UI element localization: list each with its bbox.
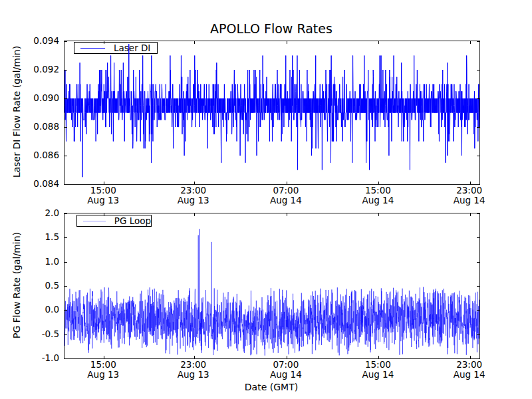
laser-di-legend: Laser DI [74,42,158,54]
pg-y-tick-label: 0.5 [0,281,59,290]
chart-title: APOLLO Flow Rates [64,22,479,35]
laser-di-plot-area: Laser DI [64,41,480,185]
laser-y-tick-label: 0.090 [0,93,59,102]
laser-x-tick-label: 23:00Aug 14 [454,186,485,205]
laser-di-legend-label: Laser DI [114,43,150,53]
pg-x-tick-label: 15:00Aug 14 [362,360,394,380]
laser-x-tick-label: 07:00Aug 14 [270,186,302,205]
pg-x-tick-label: 15:00Aug 13 [87,360,119,380]
pg-loop-line-canvas [65,213,479,358]
pg-x-tick-label: 23:00Aug 14 [454,360,485,380]
pg-loop-plot-area: PG Loop [64,213,480,359]
pg-x-tick-label: 23:00Aug 13 [178,360,209,380]
pg-loop-legend-line-icon [83,221,106,221]
laser-x-tick-label: 15:00Aug 13 [87,186,119,205]
laser-di-line-canvas [65,41,479,184]
pg-loop-legend: PG Loop [76,215,152,227]
figure: APOLLO Flow Rates Laser DI Flow Rate (ga… [0,0,532,399]
pg-x-tick-label: 07:00Aug 14 [270,360,302,380]
pg-loop-legend-label: PG Loop [114,216,151,225]
pg-y-tick-label: 2.0 [0,208,59,217]
laser-y-tick-label: 0.084 [0,179,59,188]
laser-y-tick-label: 0.092 [0,65,59,74]
pg-y-tick-label: 0.0 [0,305,59,314]
laser-y-tick-label: 0.088 [0,122,59,131]
laser-y-tick-label: 0.086 [0,150,59,160]
x-axis-label: Date (GMT) [64,382,479,392]
pg-y-tick-label: -1.0 [0,353,59,362]
laser-x-tick-label: 23:00Aug 13 [178,186,209,205]
laser-y-tick-label: 0.094 [0,36,59,45]
pg-y-tick-label: -0.5 [0,329,59,338]
laser-di-legend-line-icon [80,48,105,49]
pg-y-tick-label: 1.5 [0,232,59,241]
pg-y-tick-label: 1.0 [0,257,59,266]
laser-x-tick-label: 15:00Aug 14 [362,186,394,205]
